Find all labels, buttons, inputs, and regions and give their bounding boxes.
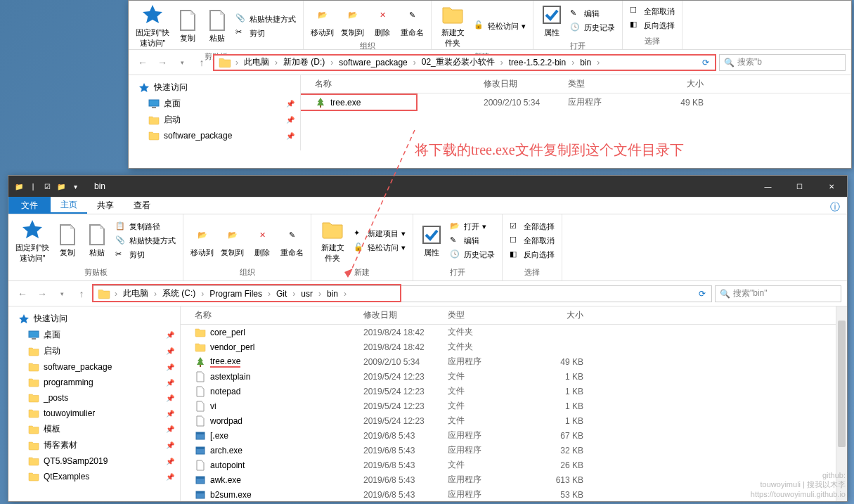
properties-button[interactable]: 属性 (539, 2, 564, 39)
file-row[interactable]: core_perl2019/8/24 18:42文件夹 (181, 325, 847, 340)
file-row[interactable]: notepad2019/5/24 12:23文件1 KB (181, 384, 847, 399)
col-date[interactable]: 修改日期 (484, 78, 568, 90)
file-row[interactable]: tree.exe2009/2/10 5:34应用程序49 KB (181, 354, 847, 369)
file-row[interactable]: [.exe2019/6/8 5:43应用程序67 KB (181, 428, 847, 443)
paste-button[interactable]: 粘贴 (84, 222, 110, 259)
cut-button[interactable]: ✂剪切 (114, 249, 177, 261)
recent-dropdown[interactable]: ▾ (53, 285, 70, 302)
sidebar-item[interactable]: software_package📌 (129, 128, 300, 143)
breadcrumb-item[interactable]: bin (323, 289, 342, 299)
edit-button[interactable]: ✎编辑 (448, 235, 496, 247)
column-headers[interactable]: 名称 修改日期 类型 大小 (181, 306, 847, 325)
new-folder-button[interactable]: 新建文件夹 (317, 217, 348, 265)
breadcrumb[interactable]: › 此电脑›新加卷 (D:)›software_package›02_重装必装小… (213, 54, 716, 71)
tab-file[interactable]: 文件 (8, 197, 51, 214)
sidebar-item[interactable]: 模板📌 (8, 421, 180, 437)
breadcrumb-item[interactable]: software_package (335, 58, 411, 67)
col-type[interactable]: 类型 (568, 78, 649, 90)
file-row[interactable]: autopoint2019/6/8 5:43文件26 KB (181, 458, 847, 472)
sidebar-item[interactable]: 快速访问 (8, 311, 180, 327)
sidebar-item[interactable]: 快速访问 (129, 79, 300, 96)
file-row[interactable]: tree.exe2009/2/10 5:34应用程序49 KB (301, 93, 418, 111)
sidebar-item[interactable]: QtExamples📌 (8, 469, 180, 484)
column-headers[interactable]: 名称 修改日期 类型 大小 (301, 75, 851, 93)
qat-properties-icon[interactable]: ☑ (41, 180, 53, 193)
properties-button[interactable]: 属性 (419, 222, 444, 259)
maximize-button[interactable]: ☐ (784, 176, 815, 197)
breadcrumb-item[interactable]: 此电脑 (240, 56, 273, 68)
sidebar-item[interactable]: 博客素材📌 (8, 437, 180, 453)
back-button[interactable]: ← (134, 54, 151, 71)
back-button[interactable]: ← (14, 285, 31, 302)
history-button[interactable]: 🕓历史记录 (448, 249, 496, 261)
easy-access-button[interactable]: 🔓轻松访问 ▾ (472, 20, 527, 32)
copy-button[interactable]: 复制 (175, 8, 200, 45)
pin-quick-access-button[interactable]: 固定到"快速访问" (14, 217, 51, 265)
file-row[interactable]: wordpad2019/5/24 12:23文件1 KB (181, 413, 847, 428)
sidebar-item[interactable]: programming📌 (8, 375, 180, 390)
breadcrumb-item[interactable]: Git (272, 289, 291, 299)
deselect-all-button[interactable]: ☐全部取消 (508, 235, 556, 247)
close-button[interactable]: ✕ (815, 176, 847, 197)
invert-selection-button[interactable]: ◧反向选择 (628, 19, 676, 32)
breadcrumb-item[interactable]: Program Files (205, 289, 266, 299)
breadcrumb-item[interactable]: 新加卷 (D:) (279, 56, 329, 68)
paste-button[interactable]: 粘贴 (205, 8, 230, 45)
rename-button[interactable]: ✎重命名 (279, 222, 305, 259)
breadcrumb-item[interactable]: 系统 (C:) (158, 287, 200, 299)
refresh-button[interactable]: ⟳ (698, 58, 713, 67)
pin-quick-access-button[interactable]: 固定到"快速访问" (134, 2, 171, 50)
col-name[interactable]: 名称 (301, 78, 484, 90)
col-name[interactable]: 名称 (181, 309, 363, 321)
scroll-thumb[interactable] (838, 321, 846, 447)
invert-selection-button[interactable]: ◧反向选择 (508, 249, 556, 261)
move-to-button[interactable]: 📂移动到 (189, 222, 215, 259)
sidebar-item[interactable]: QT5.9Samp2019📌 (8, 453, 180, 469)
cut-button[interactable]: ✂剪切 (234, 27, 297, 39)
breadcrumb-item[interactable]: usr (297, 289, 317, 299)
search-input[interactable]: 🔍搜索"b (719, 54, 846, 71)
col-type[interactable]: 类型 (448, 309, 529, 321)
copy-button[interactable]: 复制 (55, 222, 80, 259)
delete-button[interactable]: ✕删除 (370, 2, 395, 39)
qat-dropdown-icon[interactable]: ▾ (69, 180, 82, 193)
history-button[interactable]: 🕓历史记录 (569, 22, 616, 34)
edit-button[interactable]: ✎编辑 (569, 8, 616, 20)
breadcrumb-item[interactable]: 此电脑 (119, 287, 153, 299)
sidebar-item[interactable]: 启动📌 (8, 343, 180, 359)
tab-share[interactable]: 共享 (87, 197, 124, 214)
paste-shortcut-button[interactable]: 📎粘贴快捷方式 (234, 13, 297, 25)
sidebar-item[interactable]: _posts📌 (8, 390, 180, 406)
copy-path-button[interactable]: 📋复制路径 (114, 221, 177, 233)
search-input[interactable]: 🔍搜索"bin" (715, 285, 841, 302)
file-row[interactable]: astextplain2019/5/24 12:23文件1 KB (181, 369, 847, 384)
refresh-button[interactable]: ⟳ (694, 289, 710, 299)
copy-to-button[interactable]: 📂复制到 (339, 2, 365, 39)
up-button[interactable]: ↑ (73, 285, 90, 302)
select-all-button[interactable]: ☑全部选择 (508, 221, 556, 233)
forward-button[interactable]: → (34, 285, 51, 302)
sidebar-item[interactable]: software_package📌 (8, 359, 180, 375)
new-folder-button[interactable]: 新建文件夹 (437, 2, 468, 50)
col-size[interactable]: 大小 (649, 78, 712, 90)
open-button[interactable]: 📂打开 ▾ (448, 221, 496, 233)
file-row[interactable]: awk.exe2019/6/8 5:43应用程序613 KB (181, 472, 847, 487)
easy-access-button[interactable]: 🔓轻松访问 ▾ (352, 242, 407, 254)
new-item-button[interactable]: ✦新建项目 ▾ (352, 228, 407, 240)
minimize-button[interactable]: — (752, 176, 784, 197)
paste-shortcut-button[interactable]: 📎粘贴快捷方式 (114, 235, 177, 247)
move-to-button[interactable]: 📂移动到 (309, 2, 335, 39)
sidebar-item[interactable]: touwoyimulier📌 (8, 406, 180, 421)
col-size[interactable]: 大小 (529, 309, 592, 321)
tab-home[interactable]: 主页 (51, 197, 87, 214)
forward-button[interactable]: → (154, 54, 171, 71)
breadcrumb-item[interactable]: tree-1.5.2.2-bin (505, 58, 570, 67)
delete-button[interactable]: ✕删除 (250, 222, 275, 259)
sidebar-item[interactable]: 桌面📌 (8, 327, 180, 343)
recent-dropdown[interactable]: ▾ (174, 54, 190, 71)
rename-button[interactable]: ✎重命名 (399, 2, 425, 39)
up-button[interactable]: ↑ (193, 54, 210, 71)
col-date[interactable]: 修改日期 (363, 309, 448, 321)
copy-to-button[interactable]: 📂复制到 (219, 222, 245, 259)
tab-view[interactable]: 查看 (124, 197, 160, 214)
